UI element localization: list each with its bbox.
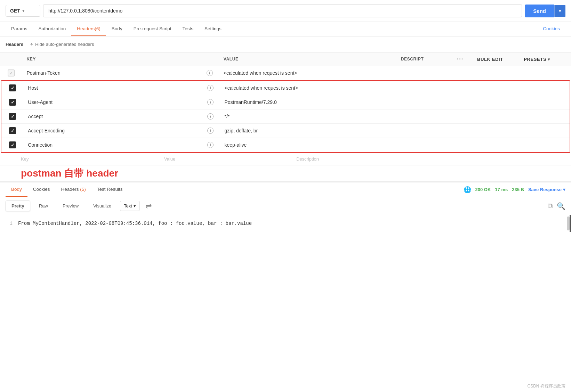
info-icon-accept[interactable]: i (207, 113, 214, 120)
method-selector[interactable]: GET ▾ (6, 5, 40, 17)
tab-authorization[interactable]: Authorization (33, 22, 72, 36)
row-dots-host[interactable] (453, 81, 472, 95)
row-dots-user-agent[interactable] (453, 95, 472, 109)
headers-new-row: Key Value Description (0, 153, 571, 165)
hide-auto-generated-headers-button[interactable]: ⌖ Hide auto-generated headers (27, 40, 97, 49)
row-key-postman-token: Postman-Token (22, 66, 200, 80)
tab-tests[interactable]: Tests (177, 22, 199, 36)
row-info-accept[interactable]: i (201, 109, 220, 124)
row-value-accept-encoding: gzip, deflate, br (220, 124, 397, 138)
table-row: Accept-Encoding i gzip, deflate, br (1, 124, 570, 138)
save-response-button[interactable]: Save Response ▾ (528, 187, 565, 192)
row-desc-host (397, 81, 453, 95)
response-status-info: 🌐 200 OK 17 ms 235 B Save Response ▾ (464, 186, 566, 194)
row-info-user-agent[interactable]: i (201, 95, 220, 109)
checkbox-connection[interactable] (9, 141, 16, 148)
tab-headers[interactable]: Headers(6) (71, 22, 106, 36)
wrap-lines-icon[interactable]: ⇌ (145, 202, 152, 211)
row-dots-accept-encoding[interactable] (453, 124, 472, 138)
th-key: KEY (22, 52, 200, 66)
checkbox-accept-encoding[interactable] (9, 127, 16, 134)
checkbox-postman-token[interactable] (8, 70, 15, 76)
annotation-text: postman 自带 header (0, 165, 571, 181)
url-input[interactable] (43, 4, 522, 17)
row-info-accept-encoding[interactable]: i (201, 124, 220, 138)
row-key-connection: Connection (24, 138, 201, 152)
row-checkbox-user-agent[interactable] (1, 95, 24, 109)
row-desc-accept-encoding (397, 124, 453, 138)
response-tab-headers[interactable]: Headers (5) (56, 182, 91, 197)
response-content: From MyContentHandler, 2022-02-08T09:45:… (18, 221, 564, 226)
row-presets-connection (518, 138, 570, 152)
info-icon-user-agent[interactable]: i (207, 99, 214, 105)
headers-table: KEY VALUE DESCRIPT ··· Bulk Edit Presets… (0, 52, 571, 80)
new-row-desc[interactable]: Description (292, 153, 571, 165)
tab-body[interactable]: Body (106, 22, 128, 36)
type-selector[interactable]: Text ▾ (120, 201, 140, 211)
send-dropdown-button[interactable]: ▾ (554, 5, 565, 17)
send-button-group: Send ▾ (525, 5, 565, 17)
new-row-value[interactable]: Value (160, 153, 292, 165)
table-header-row: KEY VALUE DESCRIPT ··· Bulk Edit Presets… (0, 52, 571, 66)
format-visualize-tab[interactable]: Visualize (87, 201, 117, 211)
table-row: User-Agent i PostmanRuntime/7.29.0 (1, 95, 570, 109)
th-bulk-edit[interactable]: Bulk Edit (473, 52, 520, 66)
info-icon-accept-encoding[interactable]: i (207, 128, 214, 134)
new-row-key[interactable]: Key (17, 153, 149, 165)
response-tab-test-results[interactable]: Test Results (91, 182, 128, 197)
info-icon-host[interactable]: i (207, 85, 214, 91)
response-body-container: 1 From MyContentHandler, 2022-02-08T09:4… (0, 215, 571, 232)
row-checkbox-connection[interactable] (1, 138, 24, 152)
row-checkbox-accept-encoding[interactable] (1, 124, 24, 138)
scrollbar-thumb[interactable] (567, 217, 570, 230)
response-body: 1 From MyContentHandler, 2022-02-08T09:4… (0, 215, 570, 232)
format-preview-tab[interactable]: Preview (57, 201, 85, 211)
row-info-host[interactable]: i (201, 81, 220, 95)
row-checkbox-host[interactable] (1, 81, 24, 95)
row-checkbox-accept[interactable] (1, 109, 24, 124)
highlighted-rows-table: Host i <calculated when request is sent> (1, 81, 570, 152)
format-pretty-tab[interactable]: Pretty (6, 201, 30, 211)
row-bulk-connection (472, 138, 518, 152)
tab-settings[interactable]: Settings (199, 22, 227, 36)
row-checkbox-postman-token[interactable] (0, 66, 22, 80)
copy-icon[interactable]: ⧉ (548, 202, 553, 210)
top-bar: GET ▾ Send ▾ (0, 0, 571, 22)
th-dots: ··· (453, 52, 473, 66)
send-button[interactable]: Send (525, 5, 554, 17)
tab-params[interactable]: Params (6, 22, 33, 36)
row-info-connection[interactable]: i (201, 138, 220, 152)
row-dots-connection[interactable] (453, 138, 472, 152)
status-code: 200 OK (475, 187, 491, 192)
info-icon-connection[interactable]: i (207, 142, 214, 148)
cookies-link[interactable]: Cookies (537, 22, 565, 36)
row-key-user-agent: User-Agent (24, 95, 201, 109)
info-icon-postman-token[interactable]: i (207, 70, 213, 76)
table-row: Accept i */* (1, 109, 570, 124)
table-row: Connection i keep-alive (1, 138, 570, 152)
search-icon[interactable]: 🔍 (557, 202, 565, 210)
row-dots-postman-token[interactable] (453, 66, 473, 80)
row-key-accept: Accept (24, 109, 201, 124)
response-tab-cookies[interactable]: Cookies (27, 182, 56, 197)
type-chevron-icon: ▾ (134, 203, 136, 209)
method-chevron-icon: ▾ (22, 8, 24, 13)
checkbox-user-agent[interactable] (9, 99, 16, 106)
table-row: Postman-Token i <calculated when request… (0, 66, 571, 80)
checkbox-host[interactable] (9, 84, 16, 91)
tab-pre-request-script[interactable]: Pre-request Script (128, 22, 177, 36)
response-tab-body[interactable]: Body (6, 182, 27, 197)
row-dots-accept[interactable] (453, 109, 472, 124)
format-raw-tab[interactable]: Raw (33, 201, 54, 211)
row-value-connection: keep-alive (220, 138, 397, 152)
th-info (200, 52, 219, 66)
hide-auto-label: Hide auto-generated headers (35, 42, 94, 47)
row-info-postman-token[interactable]: i (200, 66, 219, 80)
status-time: 17 ms (495, 187, 508, 192)
checkbox-accept[interactable] (9, 113, 16, 120)
row-desc-postman-token (397, 66, 453, 80)
th-presets[interactable]: Presets ▾ (520, 52, 571, 66)
th-checkbox (0, 52, 22, 66)
row-value-user-agent: PostmanRuntime/7.29.0 (220, 95, 397, 109)
response-action-buttons: ⧉ 🔍 (548, 202, 565, 210)
